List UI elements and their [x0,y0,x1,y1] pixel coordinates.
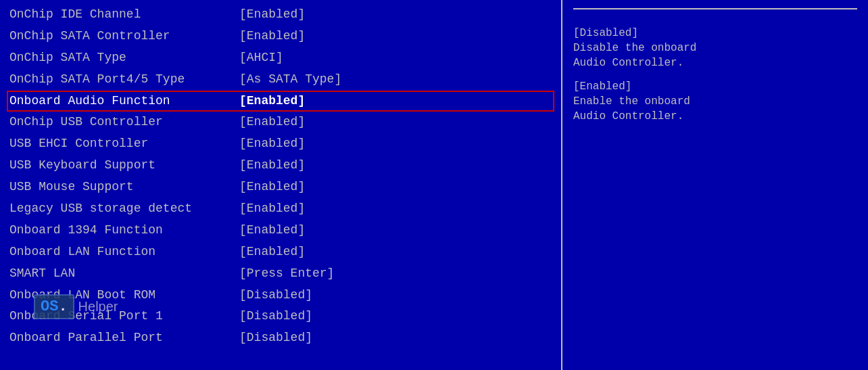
row-label: OnChip SATA Port4/5 Type [9,70,239,89]
row-value: [As SATA Type] [239,70,341,89]
item-help-title [573,4,857,9]
bios-row: OnChip SATA Type[AHCI] [7,47,554,69]
right-panel: [Disabled]Disable the onboardAudio Contr… [561,0,868,370]
row-label: OnChip USB Controller [9,113,239,132]
bios-row: Onboard LAN Function[Enabled] [7,241,554,263]
help-section: [Disabled]Disable the onboardAudio Contr… [573,27,857,71]
bios-row: USB EHCI Controller[Enabled] [7,133,554,155]
row-label: USB Mouse Support [9,178,239,197]
row-value: [AHCI] [239,49,283,68]
help-option: [Disabled] [573,27,857,39]
row-label: USB Keyboard Support [9,156,239,175]
bios-row[interactable]: Onboard Audio Function[Enabled] [7,91,554,112]
bios-row: OnChip IDE Channel[Enabled] [7,4,554,26]
help-desc: Audio Controller. [573,109,857,124]
row-value: [Press Enter] [239,264,334,283]
row-label: OnChip IDE Channel [9,5,239,24]
help-section: [Enabled]Enable the onboardAudio Control… [573,80,857,124]
row-value: [Enabled] [239,221,305,240]
row-value: [Enabled] [239,27,305,46]
row-value: [Enabled] [239,200,305,218]
bios-row: OnChip USB Controller[Enabled] [7,112,554,133]
help-option: [Enabled] [573,80,857,93]
watermark-dot: . [58,298,67,315]
row-label: Onboard Parallel Port [9,329,239,348]
watermark-logo: OS. [34,294,74,319]
row-label: USB EHCI Controller [9,135,239,154]
help-sections: [Disabled]Disable the onboardAudio Contr… [573,27,857,124]
bios-row: SMART LAN[Press Enter] [7,263,554,285]
row-label: Onboard 1394 Function [9,221,239,240]
bios-row: OnChip SATA Port4/5 Type[As SATA Type] [7,69,554,91]
help-desc: Disable the onboard [573,41,857,55]
bios-row: Onboard Parallel Port[Disabled] [7,327,554,349]
row-value: [Enabled] [239,178,305,197]
bios-row: USB Mouse Support[Enabled] [7,177,554,198]
bios-row: OnChip SATA Controller[Enabled] [7,26,554,47]
row-value: [Disabled] [239,286,312,305]
row-value: [Disabled] [239,307,312,326]
row-label: Onboard LAN Function [9,243,239,262]
row-label: OnChip SATA Type [9,49,239,68]
row-label: SMART LAN [9,264,239,283]
help-desc: Audio Controller. [573,55,857,70]
bios-screen: OnChip IDE Channel[Enabled]OnChip SATA C… [0,0,868,370]
help-desc: Enable the onboard [573,94,857,109]
bios-row: Onboard 1394 Function[Enabled] [7,220,554,241]
row-label: Legacy USB storage detect [9,200,239,218]
row-label: Onboard Audio Function [9,92,239,111]
watermark: OS. Helper [34,283,118,329]
row-value: [Enabled] [239,156,305,175]
left-panel: OnChip IDE Channel[Enabled]OnChip SATA C… [0,0,561,370]
row-value: [Enabled] [239,5,305,24]
row-value: [Enabled] [239,113,305,132]
watermark-os-text: OS [41,298,58,315]
row-value: [Enabled] [239,243,305,262]
row-value: [Disabled] [239,329,312,348]
bios-row: Legacy USB storage detect[Enabled] [7,198,554,220]
row-label: OnChip SATA Controller [9,27,239,46]
bios-row: USB Keyboard Support[Enabled] [7,155,554,177]
row-value: [Enabled] [239,92,305,111]
watermark-helper-text: Helper [78,299,118,315]
row-value: [Enabled] [239,135,305,154]
